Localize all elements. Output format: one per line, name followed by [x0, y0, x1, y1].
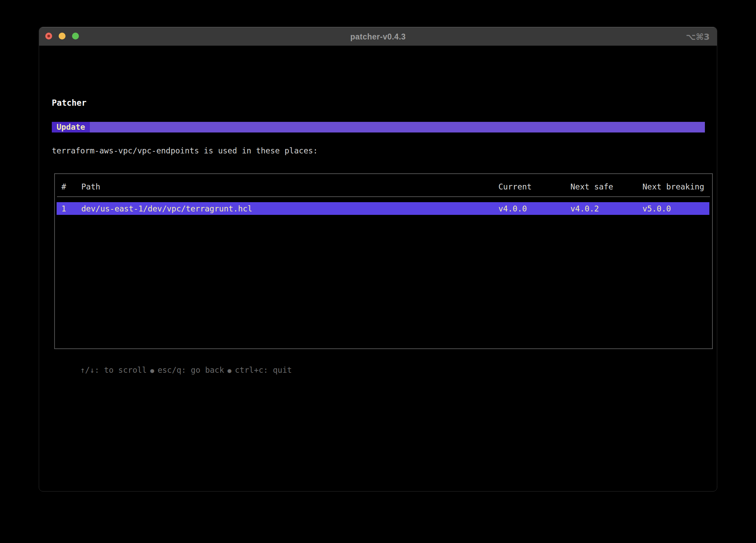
tab-bar: Update	[52, 122, 705, 132]
usage-description: terraform-aws-vpc/vpc-endpoints is used …	[52, 146, 318, 155]
window-titlebar[interactable]: patcher-v0.4.3 ⌥⌘3	[39, 27, 717, 46]
hint-separator-icon: ●	[224, 367, 235, 374]
hint-scroll: ↑/↓: to scroll	[80, 366, 147, 374]
usage-table: # Path Current Next safe Next breaking 1…	[54, 173, 713, 349]
tab-update[interactable]: Update	[52, 122, 90, 132]
table-header: # Path Current Next safe Next breaking	[55, 174, 712, 196]
table-row-selected[interactable]: 1 dev/us-east-1/dev/vpc/terragrunt.hcl v…	[55, 202, 712, 215]
row-index: 1	[61, 202, 66, 215]
row-next-safe-version: v4.0.2	[570, 202, 599, 215]
window-shortcut-badge: ⌥⌘3	[686, 27, 710, 46]
row-next-breaking-version: v5.0.0	[642, 202, 671, 215]
header-separator	[57, 196, 710, 197]
hint-quit: ctrl+c: quit	[235, 366, 292, 374]
terminal-window: patcher-v0.4.3 ⌥⌘3 Patcher Update terraf…	[39, 27, 717, 492]
help-footer: ↑/↓: to scroll●esc/q: go back●ctrl+c: qu…	[52, 357, 292, 383]
column-header-next-breaking: Next breaking	[642, 174, 704, 196]
hint-go-back: esc/q: go back	[157, 366, 224, 374]
column-header-current: Current	[498, 174, 532, 196]
column-header-path: Path	[81, 174, 100, 196]
window-title: patcher-v0.4.3	[39, 27, 717, 46]
row-path: dev/us-east-1/dev/vpc/terragrunt.hcl	[81, 202, 252, 215]
column-header-next-safe: Next safe	[570, 174, 613, 196]
row-current-version: v4.0.0	[498, 202, 527, 215]
app-heading: Patcher	[52, 98, 86, 108]
hint-separator-icon: ●	[147, 367, 157, 374]
column-header-index: #	[61, 174, 66, 196]
terminal-content: Patcher Update terraform-aws-vpc/vpc-end…	[39, 46, 717, 491]
